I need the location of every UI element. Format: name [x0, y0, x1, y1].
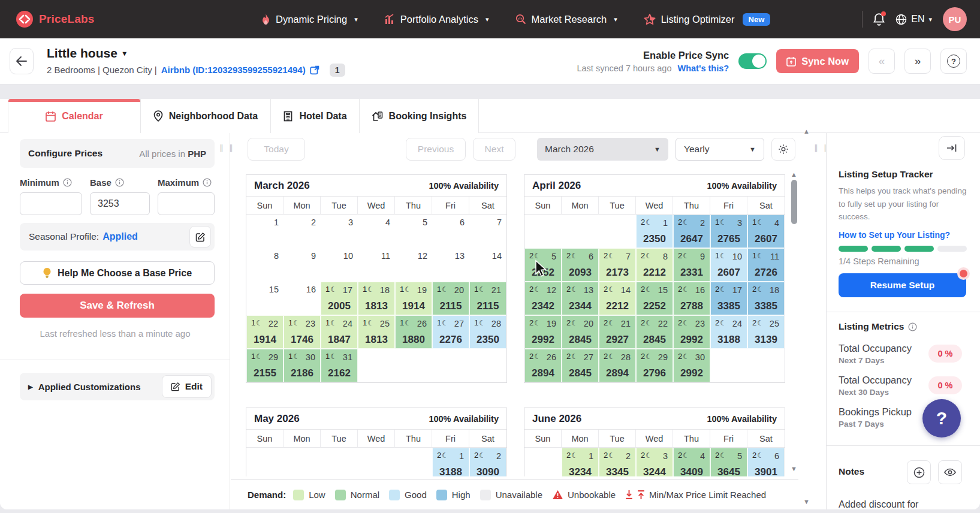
day-cell[interactable]: 2☾23345	[599, 448, 636, 476]
view-notes-button[interactable]	[938, 460, 962, 484]
expand-right-button[interactable]: »	[904, 49, 931, 74]
next-button[interactable]: Next	[473, 138, 515, 161]
panel-resize-handle[interactable]: ∥ ∥	[219, 143, 235, 152]
day-cell[interactable]: 10	[321, 248, 358, 282]
day-cell[interactable]: 8	[246, 248, 284, 282]
day-cell[interactable]: 2☾292796	[636, 349, 673, 382]
day-cell[interactable]: 2☾53645	[710, 448, 747, 476]
setup-guide-link[interactable]: How to Set up Your Listing?	[839, 230, 950, 240]
day-cell[interactable]: 2☾202845	[562, 315, 599, 349]
day-cell[interactable]: 2☾63901	[747, 448, 785, 476]
notifications-button[interactable]	[873, 13, 885, 26]
day-cell[interactable]: 1☾221914	[246, 315, 284, 349]
maximum-price-input[interactable]	[158, 192, 215, 215]
day-cell[interactable]: 1☾261880	[395, 315, 432, 349]
tab-hotel-data[interactable]: Hotel Data	[271, 99, 360, 133]
scroll-down-arrow[interactable]: ▼	[803, 499, 810, 505]
whats-this-link[interactable]: What's this?	[678, 64, 729, 73]
day-cell[interactable]: 3	[321, 215, 358, 248]
day-cell[interactable]: 12	[395, 248, 432, 282]
day-cell[interactable]: 16	[284, 282, 321, 315]
day-cell[interactable]: 2☾22647	[673, 215, 710, 248]
add-note-button[interactable]	[907, 460, 931, 484]
day-cell[interactable]: 2☾122342	[524, 282, 562, 315]
tab-booking-insights[interactable]: Booking Insights	[360, 99, 479, 133]
day-cell[interactable]: 1☾241847	[321, 315, 358, 349]
sync-now-button[interactable]: Sync Now	[776, 49, 859, 73]
seasonal-profile-status-link[interactable]: Applied	[102, 231, 138, 242]
day-cell[interactable]: 2☾162788	[673, 282, 710, 315]
day-cell[interactable]: 2☾262894	[524, 349, 562, 382]
day-cell[interactable]: 1☾292155	[246, 349, 284, 382]
avatar[interactable]: PU	[943, 7, 967, 31]
day-cell[interactable]: 2☾23090	[469, 448, 506, 476]
day-cell[interactable]: 1	[246, 215, 284, 248]
base-price-input[interactable]	[90, 192, 150, 215]
day-cell[interactable]: 6	[432, 215, 469, 248]
day-cell[interactable]: 2☾142212	[599, 282, 636, 315]
back-button[interactable]	[10, 48, 34, 74]
applied-customizations-toggle[interactable]: ▶ Applied Customizations	[28, 382, 141, 392]
view-select[interactable]: Yearly ▼	[676, 138, 764, 161]
day-cell[interactable]: 2☾13234	[562, 448, 599, 476]
day-cell[interactable]: 4	[358, 215, 395, 248]
months-scroll-down-arrow[interactable]: ▼	[791, 466, 797, 472]
tab-calendar[interactable]: Calendar	[8, 99, 141, 133]
months-scroll-up-arrow[interactable]: ▲	[791, 171, 797, 178]
day-cell[interactable]: 2☾43409	[673, 448, 710, 476]
day-cell[interactable]: 2☾92331	[673, 248, 710, 282]
day-cell[interactable]: 1☾202115	[432, 282, 469, 315]
resume-setup-button[interactable]: Resume Setup	[839, 273, 966, 297]
day-cell[interactable]: 2☾243188	[710, 315, 747, 349]
day-cell[interactable]: 2☾272845	[562, 349, 599, 382]
nav-item-market-research[interactable]: Market Research▾	[515, 14, 617, 25]
collapse-left-button[interactable]: «	[869, 49, 895, 74]
calendar-settings-button[interactable]	[771, 138, 795, 161]
day-cell[interactable]: 2☾152252	[636, 282, 673, 315]
day-cell[interactable]: 1☾191914	[395, 282, 432, 315]
day-cell[interactable]: 5	[395, 215, 432, 248]
day-cell[interactable]: 2☾12350	[636, 215, 673, 248]
nav-item-listing-optimizer[interactable]: Listing OptimizerNew	[644, 13, 771, 26]
language-selector[interactable]: EN ▾	[895, 14, 932, 25]
help-me-choose-base-price-button[interactable]: Help Me Choose a Base Price	[20, 261, 215, 285]
day-cell[interactable]: 1☾212115	[469, 282, 506, 315]
day-cell[interactable]: 2☾72173	[599, 248, 636, 282]
day-cell[interactable]: 2☾62093	[562, 248, 599, 282]
day-cell[interactable]: 2☾33244	[636, 448, 673, 476]
help-button[interactable]: ?	[940, 49, 967, 74]
day-cell[interactable]: 13	[432, 248, 469, 282]
day-cell[interactable]: 2☾173385	[710, 282, 747, 315]
edit-seasonal-profile-button[interactable]	[189, 226, 211, 248]
day-cell[interactable]: 1☾112726	[747, 248, 785, 282]
listing-count-badge[interactable]: 1	[330, 64, 345, 77]
day-cell[interactable]: 1☾172005	[321, 282, 358, 315]
airbnb-listing-link[interactable]: Airbnb (ID:1203293599255921494)	[161, 65, 306, 75]
day-cell[interactable]: 2☾13188	[432, 448, 469, 476]
day-cell[interactable]: 14	[469, 248, 506, 282]
day-cell[interactable]: 1☾42607	[747, 215, 785, 248]
day-cell[interactable]: 1☾272276	[432, 315, 469, 349]
day-cell[interactable]: 2☾183385	[747, 282, 785, 315]
day-cell[interactable]: 2	[284, 215, 321, 248]
day-cell[interactable]: 1☾282350	[469, 315, 506, 349]
day-cell[interactable]: 1☾312162	[321, 349, 358, 382]
day-cell[interactable]: 2☾52252	[524, 248, 562, 282]
day-cell[interactable]: 2☾282894	[599, 349, 636, 382]
day-cell[interactable]: 1☾231746	[284, 315, 321, 349]
day-cell[interactable]: 2☾253139	[747, 315, 785, 349]
scroll-up-arrow[interactable]: ▲	[803, 128, 810, 135]
day-cell[interactable]: 2☾302992	[673, 349, 710, 382]
edit-customizations-button[interactable]: Edit	[162, 375, 212, 398]
price-sync-toggle[interactable]	[738, 53, 767, 69]
listing-title-dropdown[interactable]: Little house ▾	[47, 46, 345, 61]
external-link-icon[interactable]	[310, 65, 319, 75]
today-button[interactable]: Today	[248, 138, 305, 161]
nav-item-dynamic-pricing[interactable]: Dynamic Pricing▾	[261, 14, 358, 25]
pricelabs-logo[interactable]: PriceLabs	[16, 10, 95, 28]
day-cell[interactable]: 15	[246, 282, 284, 315]
day-cell[interactable]: 2☾132344	[562, 282, 599, 315]
day-cell[interactable]: 2☾192992	[524, 315, 562, 349]
month-select[interactable]: March 2026 ▼	[537, 138, 668, 161]
day-cell[interactable]: 1☾32765	[710, 215, 747, 248]
